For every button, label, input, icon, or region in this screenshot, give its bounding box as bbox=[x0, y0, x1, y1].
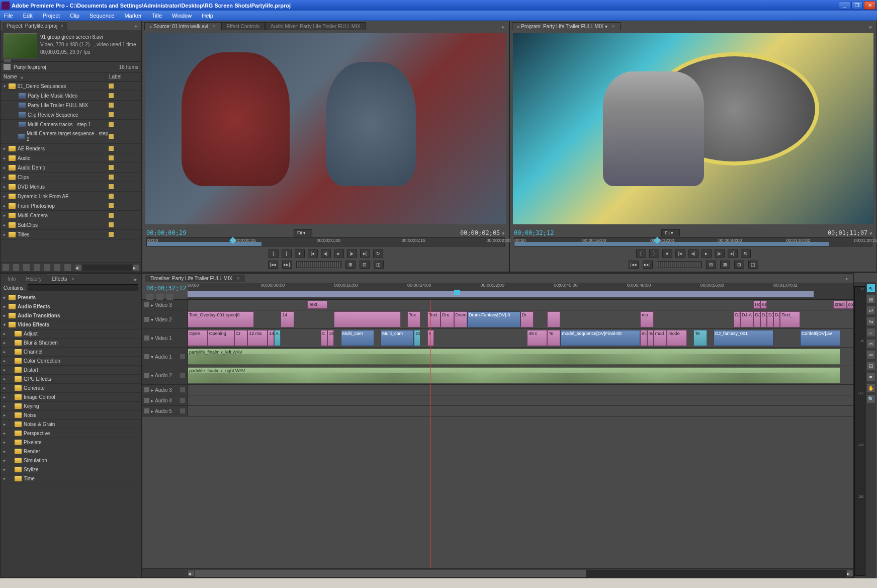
info-tab[interactable]: Info bbox=[3, 275, 21, 283]
timeline-clip[interactable]: DJ bbox=[753, 311, 760, 327]
effect-folder[interactable]: ▸Audio Effects bbox=[1, 302, 141, 311]
project-tab[interactable]: Project: Partylife.prproj× bbox=[3, 22, 67, 30]
effect-folder[interactable]: ▸Noise & Grain bbox=[1, 420, 141, 429]
label-swatch[interactable] bbox=[108, 184, 114, 190]
scroll-left-icon[interactable]: ◂ bbox=[75, 264, 82, 271]
loop-button[interactable]: ↻ bbox=[741, 249, 751, 258]
bin-row[interactable]: ▸Dynamic Link From AE bbox=[1, 192, 141, 201]
timeline-clip[interactable]: Cr bbox=[234, 330, 247, 346]
mark-out-button[interactable]: } bbox=[282, 249, 292, 258]
loop-button[interactable]: ↻ bbox=[373, 249, 383, 258]
timeline-clip[interactable]: Drum bbox=[454, 311, 467, 327]
step-fwd-button[interactable]: |▸ bbox=[715, 249, 725, 258]
label-swatch[interactable] bbox=[108, 212, 114, 218]
jog-wheel[interactable] bbox=[657, 261, 702, 268]
scroll-right-icon[interactable]: ▸ bbox=[132, 264, 139, 271]
selection-tool-icon[interactable]: ↖ bbox=[867, 284, 875, 292]
menu-edit[interactable]: Edit bbox=[21, 12, 35, 20]
rolling-edit-tool-icon[interactable]: ⇆ bbox=[867, 317, 875, 325]
timeline-clip[interactable]: A bbox=[274, 330, 281, 346]
label-swatch[interactable] bbox=[108, 203, 114, 209]
effect-folder[interactable]: ▾Video Effects bbox=[1, 320, 141, 329]
bin-row[interactable]: Multi-Camera target sequence - step 2 bbox=[1, 129, 141, 144]
timeline-clip[interactable]: Drum-Fantasy[DV]-0 bbox=[467, 311, 520, 327]
timeline-clip[interactable]: 14 bbox=[281, 311, 294, 327]
timeline-clip[interactable]: 16 bbox=[327, 330, 334, 346]
step-back-button[interactable]: ◂| bbox=[321, 249, 331, 258]
find-icon[interactable] bbox=[34, 264, 40, 271]
titlebar[interactable]: Adobe Premiere Pro - C:\Documents and Se… bbox=[0, 0, 877, 11]
hand-tool-icon[interactable]: ✋ bbox=[867, 384, 875, 392]
effect-folder[interactable]: ▸Keying bbox=[1, 402, 141, 411]
bin-list[interactable]: ▾01_Demo SequencesParty Life Music Video… bbox=[1, 81, 141, 263]
timeline-clip[interactable]: Text_Overlay-001[open]0 bbox=[188, 311, 254, 327]
label-swatch[interactable] bbox=[108, 222, 114, 228]
timeline-tab[interactable]: Timeline: Party Life Trailer FULL MIX × bbox=[145, 275, 245, 282]
export-frame-button[interactable]: ◫ bbox=[374, 261, 384, 269]
timeline-clip[interactable]: credi bbox=[833, 301, 846, 309]
label-swatch[interactable] bbox=[108, 133, 114, 139]
timeline-hscroll[interactable]: ◂ ▸ bbox=[188, 569, 853, 577]
timeline-clip[interactable]: DJ_fantasy_001 bbox=[714, 330, 773, 346]
timeline-clip[interactable]: mo bbox=[640, 311, 653, 327]
label-swatch[interactable] bbox=[108, 231, 114, 237]
menu-project[interactable]: Project bbox=[41, 12, 62, 20]
close-button[interactable]: ✕ bbox=[864, 1, 875, 10]
timeline-clip[interactable]: DJ-A bbox=[740, 311, 753, 327]
effect-folder[interactable]: ▸Perspective bbox=[1, 429, 141, 438]
new-item-icon[interactable] bbox=[54, 264, 61, 271]
effect-folder[interactable]: ▸Audio Transitions bbox=[1, 311, 141, 320]
label-swatch[interactable] bbox=[108, 102, 114, 108]
automate-icon[interactable] bbox=[23, 264, 30, 271]
effect-folder[interactable]: ▸Simulation bbox=[1, 456, 141, 465]
scroll-thumb[interactable] bbox=[195, 570, 586, 577]
goto-out-button[interactable]: ▸| bbox=[360, 249, 370, 258]
timeline-clip[interactable]: DJ bbox=[773, 311, 780, 327]
timeline-clip[interactable]: 12 ma bbox=[247, 330, 268, 346]
label-swatch[interactable] bbox=[108, 193, 114, 199]
source-video[interactable] bbox=[145, 33, 506, 224]
next-edit-button[interactable]: ▸▸| bbox=[282, 261, 292, 269]
track-select-tool-icon[interactable]: ⊞ bbox=[867, 295, 875, 303]
menu-marker[interactable]: Marker bbox=[122, 12, 143, 20]
history-tab[interactable]: History bbox=[21, 275, 47, 283]
bin-row[interactable]: ▸DVD Menus bbox=[1, 182, 141, 192]
extract-button[interactable]: ⊠ bbox=[720, 261, 730, 269]
effect-folder[interactable]: ▸GPU Effects bbox=[1, 375, 141, 384]
name-column[interactable]: Name▲ bbox=[1, 72, 106, 81]
label-swatch[interactable] bbox=[108, 145, 114, 151]
effect-folder[interactable]: ▸Stylize bbox=[1, 465, 141, 474]
timeline-clip[interactable]: Dr bbox=[520, 311, 534, 327]
panel-menu-icon[interactable]: ▸ bbox=[500, 23, 507, 30]
prev-edit-button[interactable]: |◂◂ bbox=[629, 261, 639, 269]
program-zoom-select[interactable]: Fit ▾ bbox=[661, 229, 680, 236]
timeline-clip[interactable]: 23 bbox=[414, 330, 420, 346]
slip-tool-icon[interactable]: ⇔ bbox=[867, 351, 875, 359]
goto-in-button[interactable]: |◂ bbox=[308, 249, 318, 258]
program-in-timecode[interactable]: 00;00;32;12 bbox=[514, 229, 554, 236]
timeline-clip[interactable]: Text bbox=[427, 311, 441, 327]
trim-button[interactable]: ⊡ bbox=[734, 261, 744, 269]
effect-folder[interactable]: ▸Presets bbox=[1, 293, 141, 302]
source-ruler[interactable]: 00;0000;00;00;1500;00;01;0000;00;01;1500… bbox=[146, 237, 505, 246]
clip-thumbnail[interactable] bbox=[4, 33, 37, 58]
timeline-clip[interactable]: model_sequence[DV]Final-00 bbox=[560, 330, 640, 346]
menu-sequence[interactable]: Sequence bbox=[87, 12, 117, 20]
menu-file[interactable]: File bbox=[2, 12, 15, 20]
effects-list[interactable]: ▸Presets▸Audio Effects▸Audio Transitions… bbox=[1, 293, 141, 577]
scroll-left-icon[interactable]: ◂ bbox=[188, 570, 195, 577]
timeline-clip[interactable]: 14 bbox=[268, 330, 274, 346]
overlay-button[interactable]: ⊡ bbox=[360, 261, 370, 269]
timeline-clip[interactable]: mo bbox=[647, 330, 654, 346]
step-back-button[interactable]: ◂| bbox=[688, 249, 698, 258]
timeline-clip[interactable]: Confetti[DV].av bbox=[800, 330, 840, 346]
program-ruler[interactable]: 00;0000;00;16;0000;00;32;0000;00;48;0000… bbox=[514, 237, 872, 246]
audio-mixer-tab[interactable]: Audio Mixer: Party Life Trailer FULL MIX bbox=[265, 22, 366, 30]
timeline-clip[interactable]: Opening bbox=[208, 330, 234, 346]
timeline-clip[interactable]: Text_ bbox=[780, 311, 800, 327]
ripple-edit-tool-icon[interactable]: ⇄ bbox=[867, 306, 875, 314]
effect-controls-tab[interactable]: Effect Controls bbox=[221, 22, 265, 30]
bin-row[interactable]: ▸From Photoshop bbox=[1, 201, 141, 211]
bin-row[interactable]: Party Life Trailer FULL MIX bbox=[1, 101, 141, 110]
effects-tab[interactable]: Effects × bbox=[47, 275, 79, 283]
